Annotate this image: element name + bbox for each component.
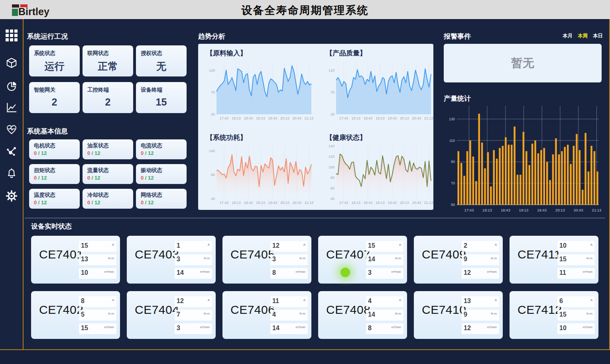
svg-text:120: 120	[209, 68, 215, 72]
device-value-row: 10A	[557, 241, 595, 252]
apps-grid-icon[interactable]	[6, 29, 18, 41]
svg-text:80: 80	[331, 176, 335, 180]
info-card-label: 流量状态	[87, 167, 128, 174]
svg-text:70: 70	[211, 90, 215, 94]
device-card-CE7407[interactable]: CE7407 15A 14N·m 3m³/min	[318, 236, 407, 284]
section-title-alarm: 报警事件	[444, 32, 471, 41]
device-card-CE7401[interactable]: CE7401 15A 13N·m 10m³/min	[31, 236, 120, 284]
svg-text:18:43: 18:43	[501, 208, 510, 212]
bell-icon[interactable]	[6, 168, 18, 180]
device-value-row: 1A	[175, 241, 212, 252]
molecule-icon[interactable]	[6, 145, 18, 157]
info-card: 油泵状态 0 / 12	[83, 139, 133, 159]
device-value-row: 10m³/min	[79, 268, 116, 279]
svg-text:18:43: 18:43	[244, 201, 253, 205]
svg-text:19:13: 19:13	[256, 201, 265, 205]
power-consumption-title: 【系统功耗】	[206, 133, 315, 142]
device-name: CE7410	[422, 303, 466, 317]
device-card-CE7402[interactable]: CE7402 8A 5N·m 15m³/min	[31, 291, 120, 339]
device-value-row: 8m³/min	[270, 268, 308, 279]
device-value-row: 2A	[462, 241, 499, 252]
svg-text:50: 50	[451, 203, 455, 207]
device-name: CE7402	[39, 303, 83, 317]
pie-chart-icon[interactable]	[6, 80, 18, 92]
status-card-value: 15	[141, 96, 182, 108]
status-indicator-dot	[340, 268, 350, 277]
svg-text:21:13: 21:13	[305, 201, 314, 205]
device-values: 8A 5N·m 15m³/min	[79, 296, 116, 334]
device-value-row: 9N·m	[462, 310, 499, 321]
svg-text:18:43: 18:43	[244, 116, 253, 120]
svg-text:120: 120	[329, 68, 335, 72]
product-quality-chart: 17:4318:1318:4319:1319:4320:1320:4321:13…	[324, 59, 434, 123]
device-value-row: 13A	[462, 296, 499, 307]
svg-text:20: 20	[331, 112, 335, 116]
product-quality-title: 【产品质量】	[326, 49, 434, 58]
device-card-CE7411[interactable]: CE7411 10A 15N·m 11m³/min	[510, 236, 598, 284]
device-name: CE7407	[326, 248, 370, 261]
device-value-row: 10m³/min	[557, 323, 595, 334]
device-value-row: 13N·m	[79, 254, 116, 265]
app-header: Birtley 设备全寿命周期管理系统	[0, 0, 610, 20]
heart-pulse-icon[interactable]	[6, 123, 18, 135]
status-card: 设备终端 15	[136, 82, 187, 113]
device-card-CE7412[interactable]: CE7412 6A 15N·m 10m³/min	[510, 291, 598, 339]
device-name: CE7411	[518, 248, 561, 261]
alarm-tab-本月[interactable]: 本月	[563, 33, 573, 39]
alarm-tab-本日[interactable]: 本日	[593, 33, 603, 39]
device-value-row: 12A	[175, 296, 212, 307]
info-card: 扭矩状态 0 / 12	[29, 164, 80, 184]
info-card-value: 0 / 12	[141, 200, 182, 205]
device-name: CE7406	[230, 303, 275, 317]
device-value-row: 9N·m	[462, 254, 499, 265]
cube-icon[interactable]	[6, 57, 18, 69]
section-title-trend: 趋势分析	[198, 32, 225, 41]
line-chart-icon[interactable]	[6, 102, 18, 114]
device-values: 4A 14N·m 8m³/min	[366, 296, 403, 334]
device-name: CE7409	[422, 248, 466, 261]
device-card-CE7404[interactable]: CE7404 12A 7N·m 3m³/min	[127, 291, 216, 339]
device-card-CE7406[interactable]: CE7406 11A 4N·m 14m³/min	[222, 291, 311, 339]
info-card-label: 油泵状态	[87, 142, 128, 149]
status-card-value: 运行	[34, 60, 75, 73]
svg-text:20: 20	[211, 112, 215, 116]
svg-text:110: 110	[449, 139, 455, 143]
production-bar-chart: 13011090705017:4318:1318:4319:1319:4320:…	[443, 103, 604, 214]
svg-text:70: 70	[331, 90, 335, 94]
device-value-row: 4N·m	[270, 310, 308, 321]
device-value-row: 12A	[270, 241, 308, 252]
devices-panel: 设备实时状态 CE7401 15A 13N·m 10m³/min CE7403 …	[25, 218, 605, 347]
device-values: 1A 3N·m 14m³/min	[175, 241, 212, 279]
device-value-row: 15m³/min	[79, 323, 116, 334]
status-card-label: 系统状态	[34, 50, 75, 57]
alarm-tab-本周[interactable]: 本周	[578, 33, 588, 39]
svg-text:19:13: 19:13	[519, 208, 529, 212]
gear-icon[interactable]	[6, 190, 18, 202]
device-value-row: 8A	[79, 296, 116, 307]
status-card-value: 无	[141, 60, 182, 73]
footer-bar	[0, 350, 610, 364]
device-value-row: 5N·m	[79, 310, 116, 321]
svg-text:21:13: 21:13	[592, 208, 602, 212]
svg-text:19:43: 19:43	[388, 116, 397, 120]
svg-text:19:13: 19:13	[376, 116, 385, 120]
device-card-CE7408[interactable]: CE7408 4A 14N·m 8m³/min	[318, 291, 407, 339]
status-card: 工控终端 2	[83, 82, 133, 113]
device-card-CE7409[interactable]: CE7409 2A 9N·m 12m³/min	[414, 236, 503, 284]
device-card-CE7410[interactable]: CE7410 13A 9N·m 12m³/min	[414, 291, 503, 339]
svg-text:17:43: 17:43	[220, 201, 229, 205]
device-values: 12A 3N·m 8m³/min	[270, 241, 308, 279]
device-card-CE7403[interactable]: CE7403 1A 3N·m 14m³/min	[127, 236, 216, 284]
info-card: 温度状态 0 / 12	[29, 189, 80, 209]
section-title-devices: 设备实时状态	[31, 222, 72, 231]
system-status-grid: 系统状态 运行 联网状态 正常 授权状态 无 智能网关 2 工控终端 2 设备终…	[29, 45, 187, 113]
svg-text:100: 100	[329, 165, 335, 169]
info-card-label: 网络状态	[141, 192, 182, 199]
svg-text:90: 90	[211, 173, 215, 177]
svg-text:19:43: 19:43	[268, 201, 277, 205]
info-card-value: 0 / 12	[141, 150, 182, 156]
svg-text:140: 140	[209, 149, 215, 153]
svg-text:19:13: 19:13	[256, 116, 265, 120]
status-card-value: 2	[87, 96, 128, 108]
device-card-CE7405[interactable]: CE7405 12A 3N·m 8m³/min	[222, 236, 311, 284]
